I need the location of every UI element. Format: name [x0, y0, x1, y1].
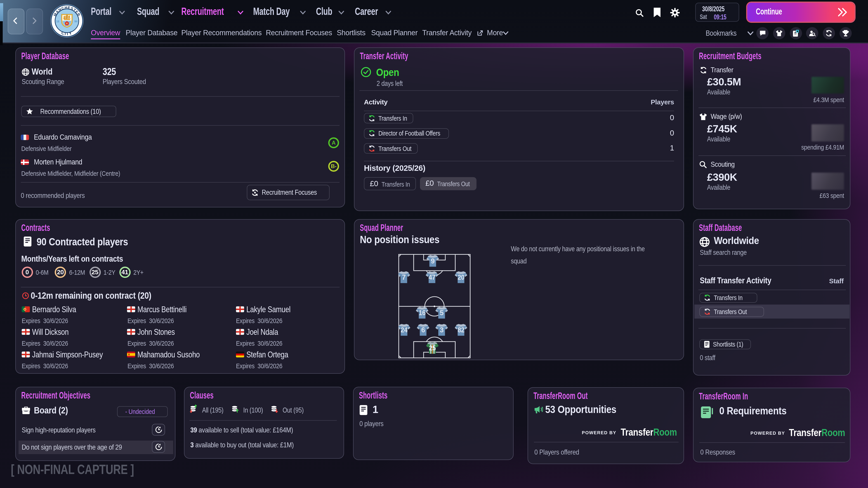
- svg-text:20: 20: [458, 273, 464, 281]
- svg-text:18: 18: [56, 20, 59, 23]
- svg-text:82: 82: [458, 326, 464, 334]
- svg-text:94: 94: [74, 20, 78, 23]
- svg-text:47: 47: [429, 273, 435, 281]
- svg-text:5: 5: [440, 309, 443, 317]
- svg-text:7: 7: [402, 273, 406, 281]
- svg-text:24: 24: [401, 326, 408, 334]
- svg-text:6: 6: [421, 326, 425, 334]
- svg-text:9: 9: [431, 257, 435, 265]
- svg-text:3: 3: [440, 326, 443, 334]
- svg-text:16: 16: [418, 309, 426, 317]
- svg-text:25: 25: [429, 344, 436, 352]
